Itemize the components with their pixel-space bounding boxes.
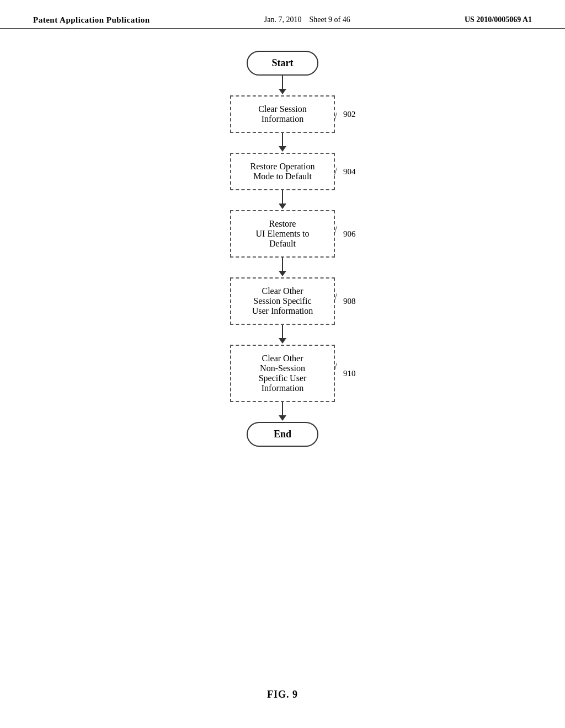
slash-906: / <box>334 224 337 236</box>
date: Jan. 7, 2010 <box>264 15 302 24</box>
arrow-5 <box>279 325 286 345</box>
step-902-label: 902 <box>343 110 356 119</box>
arrowhead <box>279 338 286 344</box>
step-910-row: Clear OtherNon-SessionSpecific UserInfor… <box>230 345 335 402</box>
step-908-box: Clear OtherSession SpecificUser Informat… <box>230 277 335 325</box>
arrowhead <box>279 204 286 209</box>
arrow-line <box>282 325 283 338</box>
step-902-row: Clear SessionInformation 902 / <box>230 95 335 133</box>
arrow-4 <box>279 258 286 277</box>
step-902-box: Clear SessionInformation <box>230 95 335 133</box>
step-906-row: RestoreUI Elements toDefault 906 / <box>230 210 335 258</box>
step-906-box: RestoreUI Elements toDefault <box>230 210 335 258</box>
slash-910: / <box>334 361 337 373</box>
start-label: Start <box>272 57 294 68</box>
arrow-1 <box>279 76 286 95</box>
start-shape: Start <box>247 51 318 76</box>
end-shape: End <box>247 422 318 447</box>
page-header: Patent Application Publication Jan. 7, 2… <box>0 0 565 29</box>
arrowhead <box>279 146 286 152</box>
step-904-label: 904 <box>343 167 356 176</box>
step-910-box: Clear OtherNon-SessionSpecific UserInfor… <box>230 345 335 402</box>
slash-902: / <box>334 111 337 122</box>
date-sheet: Jan. 7, 2010 Sheet 9 of 46 <box>264 15 350 24</box>
step-908-label: 908 <box>343 297 356 306</box>
arrowhead <box>279 89 286 94</box>
sheet: Sheet 9 of 46 <box>309 15 350 24</box>
patent-number: US 2010/0005069 A1 <box>465 15 532 24</box>
step-904-row: Restore OperationMode to Default 904 / <box>230 153 335 190</box>
arrow-3 <box>279 190 286 210</box>
figure-caption-text: FIG. 9 <box>267 689 298 700</box>
arrow-6 <box>279 402 286 422</box>
arrow-line <box>282 258 283 271</box>
arrow-line <box>282 133 283 146</box>
figure-caption: FIG. 9 <box>0 689 565 700</box>
end-label: End <box>274 429 291 440</box>
arrowhead <box>279 271 286 276</box>
start-row: Start <box>247 51 318 76</box>
publication-label: Patent Application Publication <box>33 15 150 25</box>
end-row: End <box>247 422 318 447</box>
arrow-line <box>282 76 283 89</box>
step-908-row: Clear OtherSession SpecificUser Informat… <box>230 277 335 325</box>
arrowhead <box>279 415 286 421</box>
flowchart: Start Clear SessionInformation 902 / Res… <box>0 29 565 447</box>
step-910-label: 910 <box>343 369 356 378</box>
slash-904: / <box>334 166 337 178</box>
step-906-label: 906 <box>343 229 356 239</box>
arrow-2 <box>279 133 286 153</box>
arrow-line <box>282 402 283 415</box>
slash-908: / <box>334 292 337 303</box>
arrow-line <box>282 190 283 204</box>
step-904-box: Restore OperationMode to Default <box>230 153 335 190</box>
